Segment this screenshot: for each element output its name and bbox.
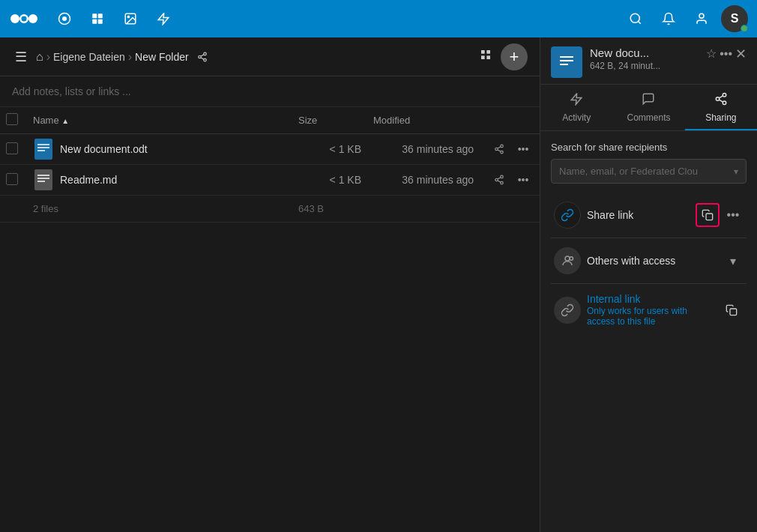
activity-nav-btn[interactable] xyxy=(150,5,177,32)
copy-link-btn[interactable] xyxy=(696,203,720,227)
file-modified-1: 36 minutes ago xyxy=(367,134,480,165)
breadcrumb-sep-1: › xyxy=(46,50,50,64)
activity-tab-icon xyxy=(570,92,583,109)
others-access-label: Others with access xyxy=(587,255,717,267)
svg-line-19 xyxy=(201,54,204,55)
notes-area[interactable]: Add notes, lists or links ... xyxy=(0,76,540,107)
svg-point-39 xyxy=(501,181,504,184)
svg-point-12 xyxy=(630,13,639,22)
svg-rect-6 xyxy=(92,13,97,18)
contacts-btn[interactable] xyxy=(688,5,715,32)
others-access-icon xyxy=(554,247,581,274)
file-icon-2 xyxy=(33,169,54,190)
svg-line-18 xyxy=(201,57,204,58)
col-name-header[interactable]: Name xyxy=(33,115,59,126)
grid-view-btn[interactable] xyxy=(477,46,495,67)
comments-tab-icon xyxy=(642,92,655,109)
top-navigation: S xyxy=(0,0,757,37)
menu-toggle[interactable]: ☰ xyxy=(12,46,30,68)
breadcrumb-sep-2: › xyxy=(128,50,132,64)
file-checkbox-2[interactable] xyxy=(6,173,18,185)
search-recipients-field[interactable] xyxy=(559,166,734,177)
tab-sharing[interactable]: Sharing xyxy=(685,85,757,130)
svg-point-53 xyxy=(570,257,573,261)
file-modified-2: 36 minutes ago xyxy=(367,165,480,196)
panel-file-name: New docu... xyxy=(590,46,699,59)
share-file-2-btn[interactable] xyxy=(489,169,510,190)
star-btn[interactable]: ☆ xyxy=(706,46,717,61)
col-modified-header: Modified xyxy=(367,107,480,134)
breadcrumb-eigene-dateien[interactable]: Eigene Dateien xyxy=(53,51,125,63)
main-layout: ☰ ⌂ › Eigene Dateien › New Folder xyxy=(0,37,757,532)
file-size-2: < 1 KB xyxy=(292,165,367,196)
files-nav-btn[interactable] xyxy=(84,5,111,32)
tab-comments[interactable]: Comments xyxy=(612,85,684,130)
svg-line-31 xyxy=(498,150,501,151)
sharing-content: Search for share recipients ▾ Share link xyxy=(540,131,757,532)
internal-link-subtext: Only works for users with access to this… xyxy=(587,306,714,327)
share-link-more-btn[interactable]: ••• xyxy=(723,205,744,226)
add-new-btn[interactable]: + xyxy=(501,43,528,70)
svg-rect-54 xyxy=(730,309,737,315)
svg-point-37 xyxy=(501,175,504,178)
tab-comments-label: Comments xyxy=(627,112,670,123)
more-options-file-1-btn[interactable]: ••• xyxy=(513,139,534,160)
copy-internal-link-btn[interactable] xyxy=(720,298,744,322)
svg-point-2 xyxy=(28,14,37,23)
others-with-access-row[interactable]: Others with access ▾ xyxy=(551,241,747,280)
others-access-actions: ▾ xyxy=(723,250,744,271)
tab-sharing-label: Sharing xyxy=(705,112,736,123)
panel-more-btn[interactable]: ••• xyxy=(720,47,732,61)
others-access-expand-btn[interactable]: ▾ xyxy=(723,250,744,271)
share-link-icon xyxy=(554,202,581,229)
svg-line-49 xyxy=(719,100,723,102)
divider-1 xyxy=(551,238,747,238)
app-logo[interactable] xyxy=(9,7,39,30)
internal-link-text-group: Internal link Only works for users with … xyxy=(587,293,714,327)
user-avatar[interactable]: S xyxy=(721,5,748,32)
svg-line-50 xyxy=(719,96,723,98)
file-icon-1 xyxy=(33,139,54,160)
panel-close-btn[interactable]: ✕ xyxy=(735,47,747,61)
svg-rect-9 xyxy=(98,19,103,24)
share-link-label: Share link xyxy=(587,209,690,221)
internal-link-label: Internal link xyxy=(587,293,714,305)
divider-2 xyxy=(551,283,747,284)
panel-file-info: New docu... 642 B, 24 minut... xyxy=(590,46,699,71)
svg-point-15 xyxy=(203,52,206,55)
internal-link-actions xyxy=(720,298,744,322)
file-name-cell-2: Readme.md xyxy=(33,169,286,190)
search-recipients-input[interactable]: ▾ xyxy=(551,159,747,184)
file-count-row: 2 files 643 B xyxy=(0,196,540,223)
col-size-header: Size xyxy=(292,107,367,134)
file-count: 2 files xyxy=(27,196,292,223)
table-row: Readme.md < 1 KB 36 minutes ago xyxy=(0,165,540,196)
sort-arrow: ▲ xyxy=(61,117,69,125)
file-size-1: < 1 KB xyxy=(292,134,367,165)
internal-link-row[interactable]: Internal link Only works for users with … xyxy=(551,287,747,333)
select-all-checkbox[interactable] xyxy=(6,113,18,125)
svg-line-40 xyxy=(498,181,501,182)
notifications-btn[interactable] xyxy=(655,5,682,32)
breadcrumb-new-folder[interactable]: New Folder xyxy=(135,51,189,63)
total-size: 643 B xyxy=(292,196,367,223)
file-checkbox-1[interactable] xyxy=(6,142,18,154)
panel-header-actions: ☆ ••• ✕ xyxy=(706,46,747,61)
share-link-row[interactable]: Share link ••• xyxy=(551,196,747,235)
breadcrumb-home[interactable]: ⌂ xyxy=(36,50,43,64)
file-name-2[interactable]: Readme.md xyxy=(60,174,117,186)
photos-nav-btn[interactable] xyxy=(117,5,144,32)
svg-rect-42 xyxy=(558,52,576,73)
search-recipients-label: Search for share recipients xyxy=(551,142,747,153)
svg-rect-51 xyxy=(706,214,713,220)
breadcrumb-share-btn[interactable] xyxy=(192,46,213,67)
svg-point-11 xyxy=(127,16,129,17)
file-name-1[interactable]: New document.odt xyxy=(60,143,148,155)
search-btn[interactable] xyxy=(622,5,649,32)
share-file-1-btn[interactable] xyxy=(489,139,510,160)
sharing-panel: New docu... 642 B, 24 minut... ☆ ••• ✕ A… xyxy=(540,37,757,532)
more-options-file-2-btn[interactable]: ••• xyxy=(513,169,534,190)
table-row: New document.odt < 1 KB 36 minutes ago xyxy=(0,134,540,165)
home-nav-btn[interactable] xyxy=(51,5,78,32)
tab-activity[interactable]: Activity xyxy=(540,85,612,130)
